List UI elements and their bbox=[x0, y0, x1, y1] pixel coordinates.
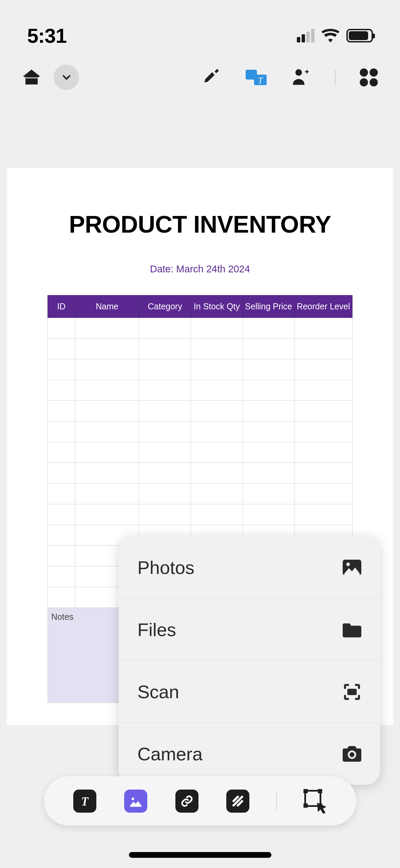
table-cell[interactable] bbox=[48, 380, 75, 401]
table-cell[interactable] bbox=[191, 484, 243, 504]
table-cell[interactable] bbox=[139, 318, 191, 339]
table-cell[interactable] bbox=[139, 484, 191, 504]
table-cell[interactable] bbox=[48, 566, 75, 587]
image-tool-button[interactable] bbox=[123, 788, 149, 814]
table-cell[interactable] bbox=[294, 484, 353, 504]
table-cell[interactable] bbox=[294, 442, 353, 463]
table-cell[interactable] bbox=[139, 442, 191, 463]
table-cell[interactable] bbox=[75, 484, 139, 504]
apps-button[interactable] bbox=[356, 65, 381, 90]
table-row[interactable] bbox=[48, 504, 353, 525]
table-cell[interactable] bbox=[294, 339, 353, 359]
table-cell[interactable] bbox=[75, 401, 139, 421]
table-cell[interactable] bbox=[48, 421, 75, 442]
table-cell[interactable] bbox=[243, 463, 294, 484]
table-row[interactable] bbox=[48, 442, 353, 463]
table-cell[interactable] bbox=[294, 463, 353, 484]
table-row[interactable] bbox=[48, 380, 353, 401]
table-cell[interactable] bbox=[243, 380, 294, 401]
table-cell[interactable] bbox=[48, 318, 75, 339]
table-cell[interactable] bbox=[48, 359, 75, 380]
table-cell[interactable] bbox=[294, 380, 353, 401]
table-cell[interactable] bbox=[75, 463, 139, 484]
table-cell[interactable] bbox=[139, 380, 191, 401]
table-cell[interactable] bbox=[191, 421, 243, 442]
table-cell[interactable] bbox=[139, 401, 191, 421]
table-cell[interactable] bbox=[191, 401, 243, 421]
table-cell[interactable] bbox=[191, 380, 243, 401]
table-cell[interactable] bbox=[243, 359, 294, 380]
svg-rect-10 bbox=[347, 689, 357, 695]
table-cell[interactable] bbox=[191, 463, 243, 484]
highlighter-button[interactable] bbox=[197, 65, 223, 90]
home-icon bbox=[21, 67, 42, 88]
table-cell[interactable] bbox=[75, 318, 139, 339]
table-cell[interactable] bbox=[294, 504, 353, 525]
link-tool-icon bbox=[175, 790, 198, 813]
magic-button[interactable] bbox=[289, 65, 315, 90]
table-cell[interactable] bbox=[191, 359, 243, 380]
home-indicator[interactable] bbox=[129, 852, 271, 858]
table-cell[interactable] bbox=[75, 380, 139, 401]
table-cell[interactable] bbox=[48, 442, 75, 463]
table-cell[interactable] bbox=[191, 318, 243, 339]
table-cell[interactable] bbox=[75, 504, 139, 525]
table-header-row: ID Name Category In Stock Qty Selling Pr… bbox=[48, 295, 353, 318]
popup-item-scan[interactable]: Scan bbox=[119, 661, 380, 723]
table-cell[interactable] bbox=[243, 442, 294, 463]
table-cell[interactable] bbox=[48, 546, 75, 566]
table-cell[interactable] bbox=[294, 401, 353, 421]
table-row[interactable] bbox=[48, 339, 353, 359]
pattern-tool-button[interactable] bbox=[225, 788, 251, 814]
table-cell[interactable] bbox=[191, 442, 243, 463]
table-cell[interactable] bbox=[75, 442, 139, 463]
table-cell[interactable] bbox=[48, 504, 75, 525]
table-cell[interactable] bbox=[75, 339, 139, 359]
table-row[interactable] bbox=[48, 421, 353, 442]
table-cell[interactable] bbox=[294, 421, 353, 442]
table-cell[interactable] bbox=[243, 504, 294, 525]
table-cell[interactable] bbox=[48, 525, 75, 546]
table-cell[interactable] bbox=[48, 484, 75, 504]
table-cell[interactable] bbox=[243, 339, 294, 359]
camera-icon bbox=[343, 745, 361, 763]
table-cell[interactable] bbox=[75, 359, 139, 380]
table-row[interactable] bbox=[48, 463, 353, 484]
table-row[interactable] bbox=[48, 318, 353, 339]
table-row[interactable] bbox=[48, 484, 353, 504]
table-cell[interactable] bbox=[139, 421, 191, 442]
popup-item-photos[interactable]: Photos bbox=[119, 537, 380, 598]
table-cell[interactable] bbox=[139, 504, 191, 525]
popup-label: Files bbox=[137, 619, 176, 640]
table-cell[interactable] bbox=[48, 463, 75, 484]
select-tool-button[interactable] bbox=[303, 788, 328, 814]
table-cell[interactable] bbox=[243, 318, 294, 339]
table-cell[interactable] bbox=[139, 339, 191, 359]
table-row[interactable] bbox=[48, 401, 353, 421]
table-row[interactable] bbox=[48, 359, 353, 380]
table-cell[interactable] bbox=[48, 401, 75, 421]
dropdown-button[interactable] bbox=[54, 65, 79, 90]
svg-point-3 bbox=[295, 69, 302, 75]
header-price: Selling Price bbox=[243, 295, 294, 318]
table-cell[interactable] bbox=[294, 359, 353, 380]
popup-item-files[interactable]: Files bbox=[119, 598, 380, 661]
table-cell[interactable] bbox=[48, 339, 75, 359]
table-cell[interactable] bbox=[243, 401, 294, 421]
document-title: PRODUCT INVENTORY bbox=[47, 211, 353, 238]
status-bar: 5:31 bbox=[0, 0, 400, 53]
table-cell[interactable] bbox=[191, 339, 243, 359]
table-cell[interactable] bbox=[75, 421, 139, 442]
text-tool-button[interactable]: T bbox=[72, 788, 97, 814]
text-style-button[interactable]: T bbox=[243, 65, 269, 90]
table-cell[interactable] bbox=[243, 421, 294, 442]
table-cell[interactable] bbox=[191, 504, 243, 525]
table-cell[interactable] bbox=[139, 463, 191, 484]
table-cell[interactable] bbox=[139, 359, 191, 380]
home-button[interactable] bbox=[19, 65, 44, 90]
table-cell[interactable] bbox=[243, 484, 294, 504]
link-tool-button[interactable] bbox=[174, 788, 199, 814]
table-cell[interactable] bbox=[294, 318, 353, 339]
popup-item-camera[interactable]: Camera bbox=[119, 723, 380, 785]
table-cell[interactable] bbox=[48, 587, 75, 608]
